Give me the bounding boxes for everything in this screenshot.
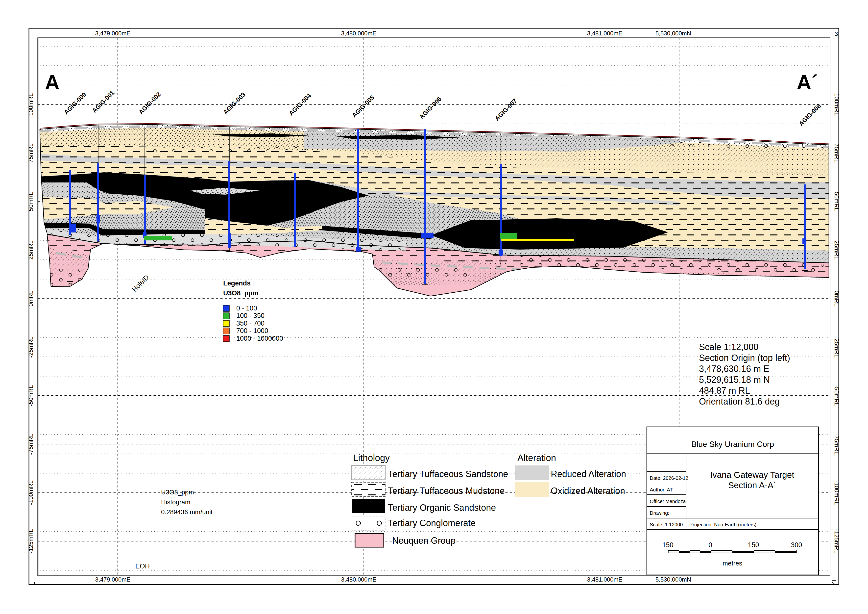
svg-text:150: 150	[748, 541, 759, 549]
svg-text:Tertiary Tuffaceous Mudstone: Tertiary Tuffaceous Mudstone	[388, 486, 505, 496]
svg-text:AGIG-008: AGIG-008	[797, 102, 822, 127]
svg-text:-100mRL: -100mRL	[28, 480, 34, 505]
svg-text:75mRL: 75mRL	[28, 143, 34, 162]
svg-text:Alteration: Alteration	[518, 453, 556, 463]
svg-text:350 - 700: 350 - 700	[236, 320, 265, 327]
svg-text:AGIG-002: AGIG-002	[137, 91, 162, 115]
svg-text:Lithology: Lithology	[353, 453, 390, 463]
svg-text:100mRL: 100mRL	[28, 93, 34, 116]
svg-text:-125mRL: -125mRL	[833, 529, 840, 553]
svg-text:25mRL: 25mRL	[833, 240, 840, 260]
svg-text:3,479,000mE: 3,479,000mE	[95, 30, 131, 37]
svg-text:AGIG-006: AGIG-006	[418, 95, 443, 120]
svg-text:-75mRL: -75mRL	[28, 434, 34, 455]
svg-text:0mRL: 0mRL	[833, 291, 840, 306]
svg-text:3,479,000mE: 3,479,000mE	[95, 576, 131, 583]
svg-text:300: 300	[791, 541, 802, 549]
svg-text:metres: metres	[722, 560, 742, 567]
svg-text:50mRL: 50mRL	[28, 192, 34, 211]
svg-text:3,480,000mE: 3,480,000mE	[341, 576, 377, 583]
svg-text:Section A-A´: Section A-A´	[728, 480, 777, 490]
svg-text:Ivana Gateway Target: Ivana Gateway Target	[710, 470, 794, 480]
svg-text:Projection: Non-Earth (meters): Projection: Non-Earth (meters)	[689, 522, 756, 527]
svg-text:AGIG-004: AGIG-004	[288, 92, 312, 117]
svg-text:3,480,000mE: 3,480,000mE	[341, 30, 377, 37]
svg-text:3: 3	[835, 30, 838, 37]
svg-text:Oxidized Alteration: Oxidized Alteration	[551, 486, 625, 496]
svg-text:1000 - 1000000: 1000 - 1000000	[236, 335, 283, 342]
svg-text:Histogram: Histogram	[161, 498, 190, 506]
svg-text:AGIG-001: AGIG-001	[91, 89, 116, 114]
svg-text:Neuquen Group: Neuquen Group	[392, 536, 456, 546]
svg-text:U3O8_ppm: U3O8_ppm	[161, 488, 194, 496]
svg-text:3,481,000mE: 3,481,000mE	[587, 30, 623, 37]
svg-text:-50mRL: -50mRL	[28, 385, 34, 406]
svg-text:Tertiary Tuffaceous Sandstone: Tertiary Tuffaceous Sandstone	[388, 469, 508, 479]
svg-text:AGIG-003: AGIG-003	[222, 91, 247, 116]
svg-text:Section Origin (top left): Section Origin (top left)	[699, 353, 790, 363]
svg-text:Drawing:: Drawing:	[650, 510, 669, 516]
svg-text:3,481,000mE: 3,481,000mE	[587, 576, 623, 583]
svg-text:U3O8_ppm: U3O8_ppm	[223, 289, 259, 297]
svg-text:0 - 100: 0 - 100	[236, 305, 257, 312]
svg-text:50mRL: 50mRL	[833, 192, 840, 211]
svg-text:75mRL: 75mRL	[833, 143, 840, 162]
svg-text:Date: 2026-02-12: Date: 2026-02-12	[650, 476, 688, 481]
svg-text:5,529,615.18 m N: 5,529,615.18 m N	[699, 375, 770, 385]
svg-text:A´: A´	[797, 71, 818, 93]
svg-text:700 - 1000: 700 - 1000	[236, 327, 268, 334]
svg-text:Scale 1:12,000: Scale 1:12,000	[699, 342, 758, 352]
svg-text:484.87 m RL: 484.87 m RL	[699, 385, 750, 396]
svg-text:A: A	[45, 71, 59, 93]
svg-text:Tertiary Conglomerate: Tertiary Conglomerate	[388, 518, 476, 528]
svg-text:Author: AT: Author: AT	[650, 487, 673, 493]
svg-text:-50mRL: -50mRL	[833, 385, 840, 406]
svg-text:-25mRL: -25mRL	[833, 336, 840, 358]
svg-text:AGIG-007: AGIG-007	[493, 97, 518, 122]
svg-text:0mRL: 0mRL	[28, 291, 34, 306]
svg-text:EOH: EOH	[135, 563, 150, 570]
svg-text:Orientation 81.6 deg: Orientation 81.6 deg	[699, 396, 780, 407]
svg-text:-75mRL: -75mRL	[833, 434, 840, 455]
svg-text:-25mRL: -25mRL	[28, 336, 34, 358]
svg-text:-100mRL: -100mRL	[833, 480, 840, 505]
svg-text:AGIG-005: AGIG-005	[350, 94, 375, 118]
svg-text:25mRL: 25mRL	[28, 240, 34, 260]
svg-text:150: 150	[662, 541, 673, 549]
svg-text:100 - 350: 100 - 350	[236, 312, 265, 319]
svg-text:Blue Sky Uranium Corp: Blue Sky Uranium Corp	[691, 440, 774, 449]
svg-text:Office: Mendoza: Office: Mendoza	[650, 499, 686, 504]
svg-text:3,478,630.16 m E: 3,478,630.16 m E	[699, 364, 769, 374]
svg-text:Reduced Alteration: Reduced Alteration	[551, 469, 626, 479]
svg-text:AGIG-009: AGIG-009	[63, 91, 87, 116]
svg-text:5,530,000mN: 5,530,000mN	[656, 30, 691, 37]
svg-text:100mRL: 100mRL	[833, 93, 840, 116]
svg-text:0.289436 mm/unit: 0.289436 mm/unit	[161, 508, 213, 516]
svg-text:-125mRL: -125mRL	[28, 529, 34, 553]
svg-text:HoleID: HoleID	[131, 274, 150, 294]
svg-text:Tertiary Organic Sandstone: Tertiary Organic Sandstone	[388, 503, 496, 513]
svg-text:0: 0	[708, 541, 712, 549]
svg-text:Legends: Legends	[223, 280, 251, 287]
svg-text:5,530,000mN: 5,530,000mN	[656, 576, 691, 583]
svg-text:Scale: 1:12000: Scale: 1:12000	[650, 522, 683, 527]
